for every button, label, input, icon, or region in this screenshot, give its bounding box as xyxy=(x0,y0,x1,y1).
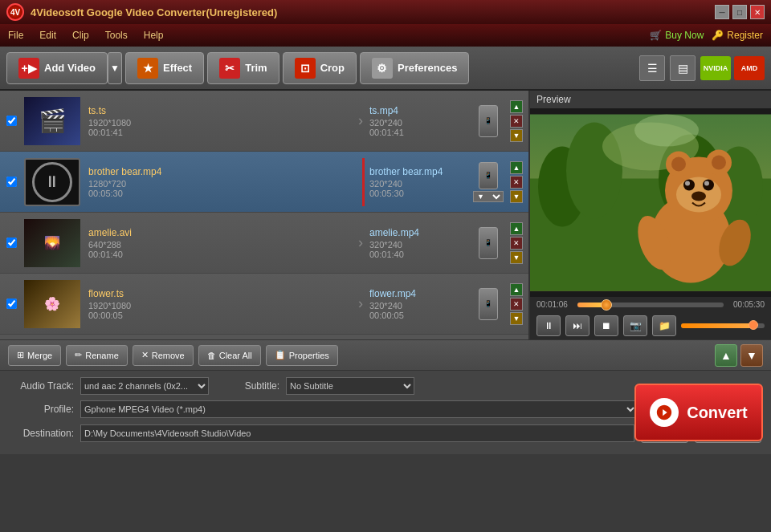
pause-button[interactable]: ⏸ xyxy=(536,315,561,336)
menu-edit[interactable]: Edit xyxy=(39,30,56,41)
toolbar: +▶ Add Video ▼ ★ Effect ✂ Trim ⊡ Crop ⚙ … xyxy=(0,47,771,91)
crop-button[interactable]: ⊡ Crop xyxy=(283,52,357,84)
menu-items: File Edit Clip Tools Help xyxy=(8,30,163,41)
preview-video-svg xyxy=(530,108,771,297)
maximize-button[interactable]: □ xyxy=(732,5,747,19)
merge-icon: ⊞ xyxy=(17,350,24,360)
volume-track[interactable] xyxy=(681,323,765,328)
file-name-4: flower.ts xyxy=(88,288,353,299)
list-view-button[interactable]: ☰ xyxy=(639,55,665,81)
row-checkbox-2[interactable] xyxy=(3,177,19,187)
file-time-2: 00:05:30 xyxy=(88,189,359,198)
row-checkbox-1[interactable] xyxy=(3,116,19,126)
output-name-4: flower.mp4 xyxy=(369,288,464,299)
svg-point-18 xyxy=(704,181,709,186)
time-total: 00:05:30 xyxy=(728,300,765,309)
bottom-toolbar: ⊞ Merge ✏ Rename ✕ Remove 🗑 Clear All 📋 … xyxy=(0,339,771,370)
arrow-sep-1: › xyxy=(357,112,365,129)
menu-clip[interactable]: Clip xyxy=(72,30,89,41)
clear-all-button[interactable]: 🗑 Clear All xyxy=(198,345,261,366)
remove-icon: ✕ xyxy=(141,350,149,360)
preview-label: Preview xyxy=(530,91,771,108)
svg-point-7 xyxy=(634,115,699,147)
add-video-button[interactable]: +▶ Add Video xyxy=(6,52,108,84)
preferences-icon: ⚙ xyxy=(372,58,393,79)
row-controls-3: ▲ ✕ ▼ xyxy=(508,222,525,264)
table-row: 🎬 ts.ts 1920*1080 00:01:41 › ts.mp4 320*… xyxy=(0,91,528,152)
svg-point-12 xyxy=(671,157,686,172)
row-down-1[interactable]: ▼ xyxy=(510,129,523,142)
output-dims-2: 320*240 xyxy=(369,179,464,189)
trim-button[interactable]: ✂ Trim xyxy=(207,52,279,84)
table-row: 🌸 flower.ts 1920*1080 00:00:05 › flower.… xyxy=(0,274,528,335)
next-frame-button[interactable]: ⏭ xyxy=(565,315,589,336)
row-down-2[interactable]: ▼ xyxy=(510,190,523,203)
file-info-3: amelie.avi 640*288 00:01:40 xyxy=(85,227,357,259)
preview-panel: Preview xyxy=(530,91,771,339)
row-down-4[interactable]: ▼ xyxy=(510,312,523,325)
move-up-button[interactable]: ▲ xyxy=(715,344,737,367)
device-phone-1: 📱 xyxy=(479,105,498,137)
rename-button[interactable]: ✏ Rename xyxy=(66,345,128,366)
screenshot-button[interactable]: 📷 xyxy=(623,315,647,336)
remove-button[interactable]: ✕ Remove xyxy=(133,345,194,366)
row-del-3[interactable]: ✕ xyxy=(510,237,523,250)
rename-icon: ✏ xyxy=(75,350,82,360)
menu-help[interactable]: Help xyxy=(144,30,164,41)
file-time-3: 00:01:40 xyxy=(88,250,353,259)
row-checkbox-3[interactable] xyxy=(3,238,19,248)
profile-select[interactable]: Gphone MPEG4 Video (*.mp4) xyxy=(80,400,638,418)
menu-right: 🛒 Buy Now 🔑 Register xyxy=(650,30,763,41)
row-up-4[interactable]: ▲ xyxy=(510,283,523,296)
move-buttons: ▲ ▼ xyxy=(715,344,763,367)
device-icon-3: 📱 xyxy=(472,223,504,263)
convert-button[interactable]: Convert xyxy=(634,384,763,441)
output-dims-3: 320*240 xyxy=(369,240,464,250)
row-del-2[interactable]: ✕ xyxy=(510,176,523,189)
output-dims-1: 320*240 xyxy=(369,118,464,128)
row-del-4[interactable]: ✕ xyxy=(510,298,523,311)
row-up-3[interactable]: ▲ xyxy=(510,222,523,235)
progress-thumb xyxy=(601,299,612,311)
row-checkbox-4[interactable] xyxy=(3,298,19,309)
progress-track[interactable] xyxy=(577,303,724,307)
row-up-2[interactable]: ▲ xyxy=(510,161,523,174)
destination-input[interactable] xyxy=(80,424,634,442)
row-del-1[interactable]: ✕ xyxy=(510,115,523,128)
folder-button[interactable]: 📁 xyxy=(652,315,676,336)
grid-view-button[interactable]: ▤ xyxy=(670,55,696,81)
file-dims-1: 1920*1080 xyxy=(88,118,353,128)
output-name-1: ts.mp4 xyxy=(369,105,464,116)
menu-bar: File Edit Clip Tools Help 🛒 Buy Now 🔑 Re… xyxy=(0,24,771,47)
menu-file[interactable]: File xyxy=(8,30,23,41)
device-select-2[interactable]: ▼ xyxy=(473,191,504,202)
register-button[interactable]: 🔑 Register xyxy=(712,30,763,41)
merge-button[interactable]: ⊞ Merge xyxy=(8,345,61,366)
device-phone-2: 📱 xyxy=(479,162,498,189)
audio-track-select[interactable]: und aac 2 channels (0x2... xyxy=(80,377,209,395)
file-info-4: flower.ts 1920*1080 00:00:05 xyxy=(85,288,357,320)
audio-track-label: Audio Track: xyxy=(10,380,74,392)
minimize-button[interactable]: ─ xyxy=(715,5,729,19)
subtitle-select[interactable]: No Subtitle xyxy=(286,377,414,395)
output-info-3: amelie.mp4 320*240 00:01:40 xyxy=(365,227,469,259)
thumbnail-4: 🌸 xyxy=(24,280,80,328)
window-controls: ─ □ ✕ xyxy=(715,5,765,19)
close-button[interactable]: ✕ xyxy=(750,5,765,19)
row-down-3[interactable]: ▼ xyxy=(510,251,523,264)
row-up-1[interactable]: ▲ xyxy=(510,100,523,113)
properties-button[interactable]: 📋 Properties xyxy=(266,345,338,366)
volume-fill xyxy=(681,323,752,328)
properties-icon: 📋 xyxy=(275,350,286,360)
file-info-2: brother bear.mp4 1280*720 00:05:30 xyxy=(85,166,362,198)
convert-icon xyxy=(650,398,679,427)
crop-icon: ⊡ xyxy=(295,58,316,79)
preferences-button[interactable]: ⚙ Preferences xyxy=(360,52,469,84)
buy-now-button[interactable]: 🛒 Buy Now xyxy=(650,30,704,41)
menu-tools[interactable]: Tools xyxy=(105,30,128,41)
stop-button[interactable]: ⏹ xyxy=(594,315,618,336)
thumbnail-2: ⏸ xyxy=(24,158,80,206)
move-down-button[interactable]: ▼ xyxy=(740,344,763,367)
effect-button[interactable]: ★ Effect xyxy=(125,52,204,84)
add-video-dropdown[interactable]: ▼ xyxy=(108,52,122,84)
